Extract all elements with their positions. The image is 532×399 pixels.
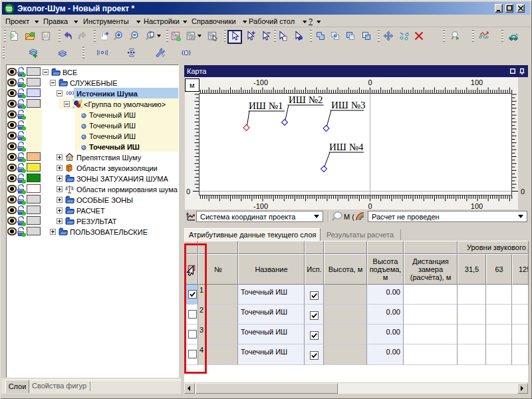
svg-text:100: 100: [471, 202, 483, 210]
svg-text:-100: -100: [253, 202, 268, 210]
svg-text:0: 0: [368, 78, 372, 86]
svg-text:м: м: [190, 81, 195, 89]
svg-text:0: 0: [186, 188, 190, 196]
svg-text:ИШ №4: ИШ №4: [329, 142, 364, 152]
svg-text:0: 0: [368, 202, 372, 210]
svg-text:0: 0: [521, 188, 525, 196]
svg-text:ИШ №3: ИШ №3: [331, 100, 366, 110]
svg-text:100: 100: [471, 78, 483, 86]
svg-text:ИШ №1: ИШ №1: [249, 100, 283, 111]
svg-text:ИШ №2: ИШ №2: [289, 94, 323, 105]
svg-text:-100: -100: [253, 78, 268, 86]
